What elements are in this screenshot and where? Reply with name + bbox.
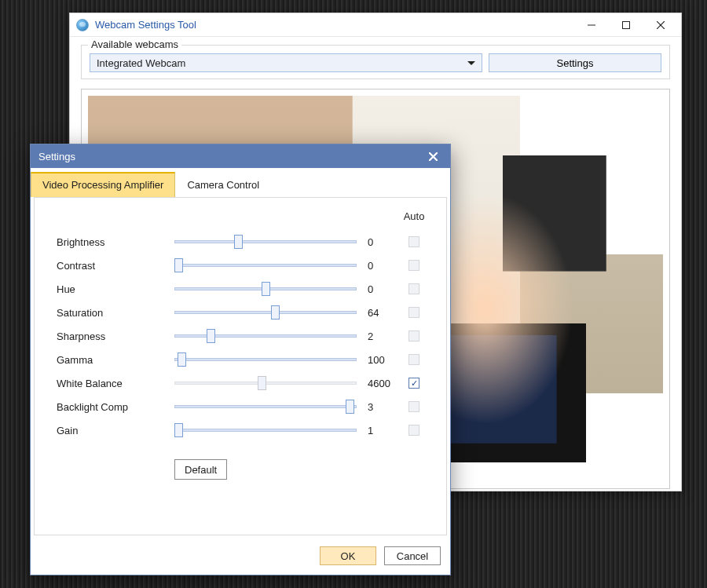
tab-camera-control[interactable]: Camera Control: [175, 173, 271, 197]
white-balance-auto-cell: ✓: [396, 378, 432, 389]
tab-label: Camera Control: [187, 179, 259, 191]
gain-slider[interactable]: [174, 423, 357, 437]
slider-thumb-icon: [271, 305, 280, 320]
row-brightness: Brightness0: [57, 230, 432, 254]
gamma-value: 100: [357, 354, 396, 366]
hue-value: 0: [357, 283, 396, 295]
dialog-buttons: OK Cancel: [31, 539, 450, 575]
backlight-comp-auto-cell: [396, 401, 432, 412]
ok-button[interactable]: OK: [320, 546, 376, 565]
brightness-value: 0: [357, 236, 396, 248]
open-settings-button-label: Settings: [557, 57, 594, 69]
tab-label: Video Processing Amplifier: [42, 179, 163, 191]
slider-track-icon: [174, 334, 357, 338]
cancel-button-label: Cancel: [397, 550, 428, 562]
default-button[interactable]: Default: [174, 459, 227, 480]
white-balance-auto-checkbox[interactable]: ✓: [408, 378, 419, 389]
brightness-auto-cell: [396, 236, 432, 247]
tab-video-processing-amplifier[interactable]: Video Processing Amplifier: [31, 172, 175, 197]
contrast-auto-cell: [396, 260, 432, 271]
contrast-auto-checkbox: [408, 260, 419, 271]
saturation-value: 64: [357, 307, 396, 319]
saturation-auto-checkbox: [408, 307, 419, 318]
slider-rows: Brightness0Contrast0Hue0Saturation64Shar…: [57, 230, 432, 442]
slider-thumb-icon: [174, 258, 183, 272]
dialog-tabs: Video Processing AmplifierCamera Control: [31, 173, 450, 197]
chevron-down-icon: [467, 61, 475, 65]
gamma-auto-cell: [396, 354, 432, 365]
slider-track-icon: [174, 264, 357, 267]
brightness-slider[interactable]: [174, 235, 357, 249]
close-icon: [657, 21, 665, 29]
contrast-slider[interactable]: [174, 258, 357, 272]
open-settings-button[interactable]: Settings: [489, 53, 661, 72]
slider-thumb-icon: [346, 400, 354, 414]
check-icon: ✓: [411, 379, 418, 388]
brightness-auto-checkbox: [408, 236, 419, 247]
row-contrast: Contrast0: [57, 254, 432, 277]
gamma-slider[interactable]: [174, 352, 357, 367]
slider-track-icon: [174, 358, 357, 361]
slider-thumb-icon: [178, 352, 186, 367]
default-button-label: Default: [185, 464, 217, 476]
saturation-label: Saturation: [57, 307, 174, 319]
row-hue: Hue0: [57, 277, 432, 301]
webcam-select[interactable]: Integrated Webcam: [90, 53, 482, 72]
available-webcams-group: Available webcams Integrated Webcam Sett…: [81, 45, 670, 79]
sharpness-auto-cell: [396, 331, 432, 341]
brightness-label: Brightness: [57, 236, 174, 248]
sharpness-label: Sharpness: [57, 331, 174, 342]
sharpness-value: 2: [357, 331, 396, 342]
white-balance-value: 4600: [357, 378, 396, 389]
maximize-icon: [622, 21, 630, 29]
contrast-label: Contrast: [57, 260, 174, 272]
gain-auto-cell: [396, 425, 432, 436]
hue-auto-cell: [396, 283, 432, 294]
cancel-button[interactable]: Cancel: [384, 546, 441, 565]
slider-track-icon: [174, 405, 357, 408]
app-title: Webcam Settings Tool: [95, 19, 196, 31]
row-gain: Gain1: [57, 418, 432, 442]
dialog-titlebar[interactable]: Settings: [31, 144, 450, 168]
backlight-comp-slider[interactable]: [174, 400, 357, 414]
slider-thumb-icon: [258, 376, 266, 390]
row-backlight-comp: Backlight Comp3: [57, 395, 432, 418]
slider-thumb-icon: [207, 329, 215, 343]
maximize-button[interactable]: [609, 14, 643, 36]
dialog-title: Settings: [38, 151, 75, 163]
contrast-value: 0: [357, 260, 396, 272]
gamma-label: Gamma: [57, 354, 174, 366]
video-proc-amp-page: Auto Brightness0Contrast0Hue0Saturation6…: [34, 197, 447, 535]
gain-value: 1: [357, 425, 396, 436]
titlebar[interactable]: Webcam Settings Tool: [70, 13, 681, 37]
minimize-button[interactable]: [574, 14, 609, 36]
slider-track-icon: [174, 311, 357, 314]
ok-button-label: OK: [341, 550, 356, 562]
hue-auto-checkbox: [408, 283, 419, 294]
slider-track-icon: [174, 240, 357, 243]
close-button[interactable]: [643, 14, 678, 36]
backlight-comp-label: Backlight Comp: [57, 401, 174, 413]
webcam-select-value: Integrated Webcam: [97, 57, 185, 69]
slider-thumb-icon: [234, 235, 243, 249]
minimize-icon: [588, 21, 595, 29]
hue-label: Hue: [57, 283, 174, 295]
sharpness-slider[interactable]: [174, 329, 357, 343]
saturation-slider[interactable]: [174, 305, 357, 320]
auto-column-header: Auto: [396, 210, 432, 222]
row-white-balance: White Balance4600✓: [57, 371, 432, 395]
gain-label: Gain: [57, 425, 174, 436]
slider-thumb-icon: [262, 282, 270, 296]
row-sharpness: Sharpness2: [57, 324, 432, 348]
webcam-app-icon: [76, 19, 89, 31]
saturation-auto-cell: [396, 307, 432, 318]
sharpness-auto-checkbox: [408, 331, 419, 341]
window-controls: [574, 14, 678, 36]
groupbox-legend: Available webcams: [88, 38, 181, 50]
backlight-comp-value: 3: [357, 401, 396, 413]
close-icon: [429, 152, 438, 161]
row-gamma: Gamma100: [57, 348, 432, 371]
dialog-close-button[interactable]: [423, 147, 442, 166]
hue-slider[interactable]: [174, 282, 357, 296]
white-balance-slider: [174, 376, 357, 390]
